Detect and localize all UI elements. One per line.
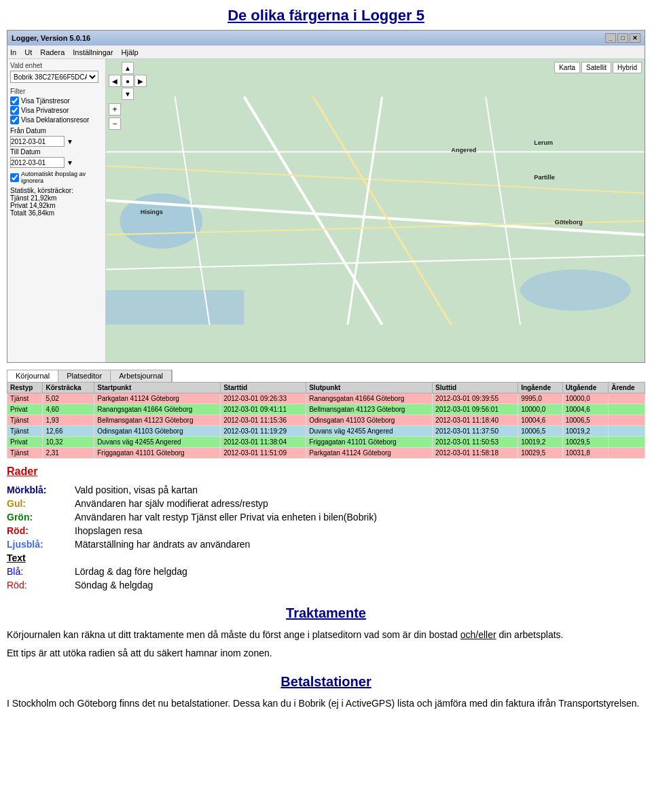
menu-ut[interactable]: Ut — [24, 48, 32, 56]
zoom-out-button[interactable]: − — [109, 118, 121, 130]
device-select[interactable]: Bobrik 38C27E66F5DCA824 — [10, 71, 98, 83]
cell-sluttid: 2012-03-01 09:39:55 — [433, 393, 518, 404]
cell-korstracka: 12,66 — [43, 426, 94, 437]
checkbox-deklaration-label: Visa Deklarationsresor — [21, 116, 89, 124]
titlebar-controls: _ □ ✕ — [605, 33, 640, 43]
col-startpunkt: Startpunkt — [94, 383, 221, 393]
cell-startpunkt: Duvans väg 42455 Angered — [94, 437, 221, 448]
data-table: Restyp Körsträcka Startpunkt Starttid Sl… — [7, 382, 645, 459]
legend-desc-gron: Användaren har valt restyp Tjänst eller … — [75, 510, 645, 524]
cell-startpunkt: Friggagatan 41101 Göteborg — [94, 448, 221, 459]
cell-sluttid: 2012-03-01 11:37:50 — [433, 426, 518, 437]
table-row[interactable]: Privat10,32Duvans väg 42455 Angered2012-… — [7, 437, 645, 448]
cell-restyp: Privat — [7, 437, 43, 448]
cell-starttid: 2012-03-01 11:15:36 — [221, 415, 306, 426]
menu-in[interactable]: In — [10, 48, 16, 56]
stats-privat: Privat 14,92km — [10, 202, 103, 209]
zoom-in-button[interactable]: + — [109, 103, 121, 116]
cell-arende — [609, 393, 645, 404]
legend-text-label: Text — [7, 551, 75, 565]
map-navigation: ▲ ◀ ● ▶ ▼ + − — [109, 62, 147, 130]
cell-ingaende: 10029,5 — [518, 448, 562, 459]
stats-label: Statistik, körsträckor: — [10, 187, 103, 194]
cell-starttid: 2012-03-01 09:26:33 — [221, 393, 306, 404]
menu-radera[interactable]: Radera — [40, 48, 65, 56]
checkbox-tjanst: Visa Tjänstresor — [10, 96, 103, 105]
nav-right-button[interactable]: ▶ — [134, 75, 147, 87]
legend-key-ljusbla: Ljusblå: — [7, 537, 75, 551]
stats-tjanst: Tjänst 21,92km — [10, 194, 103, 202]
svg-text:Angered: Angered — [451, 147, 476, 154]
cell-arende — [609, 437, 645, 448]
till-datum-input[interactable] — [10, 157, 65, 168]
legend-key-gron: Grön: — [7, 510, 75, 524]
svg-text:Göteborg: Göteborg — [555, 219, 583, 226]
karta-button[interactable]: Karta — [554, 62, 580, 73]
nav-up-button[interactable]: ▲ — [122, 62, 134, 74]
col-starttid: Starttid — [221, 383, 306, 393]
nav-row-mid: ◀ ● ▶ — [109, 75, 147, 87]
svg-text:Partille: Partille — [534, 174, 554, 181]
checkbox-privat-input[interactable] — [10, 106, 19, 115]
cell-restyp: Tjänst — [7, 415, 43, 426]
menu-installningar[interactable]: Inställningar — [73, 48, 113, 56]
col-utgaende: Utgående — [562, 383, 609, 393]
cell-ingaende: 10000,0 — [518, 404, 562, 415]
svg-text:Lerum: Lerum — [534, 139, 553, 146]
stats-totalt: Totalt 36,84km — [10, 209, 103, 217]
cell-sluttid: 2012-03-01 11:50:53 — [433, 437, 518, 448]
cell-startpunkt: Bellmansgatan 41123 Göteborg — [94, 415, 221, 426]
cell-ingaende: 10006,5 — [518, 426, 562, 437]
fran-datum-arrow[interactable]: ▼ — [67, 138, 73, 145]
sidebar-stats: Statistik, körsträckor: Tjänst 21,92km P… — [10, 187, 103, 217]
checkbox-deklaration-input[interactable] — [10, 116, 19, 124]
till-datum-arrow[interactable]: ▼ — [67, 159, 73, 166]
map-type-buttons: Karta Satellit Hybrid — [554, 62, 642, 73]
table-row[interactable]: Tjänst12,66Odinsgatan 41103 Göteborg2012… — [7, 426, 645, 437]
satellit-button[interactable]: Satellit — [581, 62, 611, 73]
cell-utgaende: 10004,6 — [562, 404, 609, 415]
nav-center-button[interactable]: ● — [122, 75, 134, 87]
checkbox-deklaration: Visa Deklarationsresor — [10, 116, 103, 124]
legend-desc-ljusbla: Mätarställning har ändrats av användaren — [75, 537, 645, 551]
hybrid-button[interactable]: Hybrid — [613, 62, 642, 73]
legend-row-morkbla: Mörkblå: Vald position, visas på kartan — [7, 483, 645, 497]
table-row[interactable]: Tjänst1,93Bellmansgatan 41123 Göteborg20… — [7, 415, 645, 426]
nav-left-button[interactable]: ◀ — [109, 75, 121, 87]
legend-desc-gul: Användaren har själv modifierat adress/r… — [75, 497, 645, 510]
cell-startpunkt: Odinsgatan 41103 Göteborg — [94, 426, 221, 437]
sidebar-vald-enhet: Vald enhet Bobrik 38C27E66F5DCA824 — [10, 62, 103, 85]
auto-checkbox-row: Automatiskt ihopslag av ignorera — [10, 171, 103, 184]
checkbox-tjanst-input[interactable] — [10, 96, 19, 105]
legend-desc-rod: Ihopslagen resa — [75, 524, 645, 537]
fran-datum-label: Från Datum — [10, 127, 46, 135]
cell-startpunkt: Ranangsgatan 41664 Göteborg — [94, 404, 221, 415]
menu-hjalp[interactable]: Hjälp — [122, 48, 139, 56]
close-button[interactable]: ✕ — [630, 33, 640, 43]
col-slutpunkt: Slutpunkt — [306, 383, 433, 393]
tab-arbetsjournal[interactable]: Arbetsjournal — [111, 370, 172, 382]
table-row[interactable]: Tjänst5,02Parkgatan 41124 Göteborg2012-0… — [7, 393, 645, 404]
minimize-button[interactable]: _ — [605, 33, 616, 43]
tab-platseditor[interactable]: Platseditor — [58, 370, 111, 382]
table-header-row: Restyp Körsträcka Startpunkt Starttid Sl… — [7, 383, 645, 393]
legend-key-rod2: Röd: — [7, 578, 75, 592]
table-row[interactable]: Tjänst2,31Friggagatan 41101 Göteborg2012… — [7, 448, 645, 459]
nav-down-button[interactable]: ▼ — [122, 88, 134, 100]
app-window: Logger, Version 5.0.16 _ □ ✕ In Ut Rader… — [7, 31, 645, 362]
map-svg: Angered Lerum Partille Göteborg Hisings — [106, 59, 645, 362]
cell-utgaende: 10000,0 — [562, 393, 609, 404]
maximize-button[interactable]: □ — [617, 33, 628, 43]
tab-korjournal[interactable]: Körjournal — [7, 370, 58, 382]
app-content: Vald enhet Bobrik 38C27E66F5DCA824 Filte… — [7, 59, 645, 362]
legend-row-gron: Grön: Användaren har valt restyp Tjänst … — [7, 510, 645, 524]
fran-datum-input[interactable] — [10, 136, 65, 147]
table-tabs: Körjournal Platseditor Arbetsjournal — [7, 370, 173, 382]
vald-enhet-label: Vald enhet — [10, 62, 103, 69]
auto-checkbox-input[interactable] — [10, 173, 19, 182]
traktamente-heading: Traktamente — [0, 605, 652, 621]
table-row[interactable]: Privat4,60Ranangsgatan 41664 Göteborg201… — [7, 404, 645, 415]
nav-row-bot: ▼ — [109, 88, 147, 100]
cell-restyp: Tjänst — [7, 448, 43, 459]
col-sluttid: Sluttid — [433, 383, 518, 393]
